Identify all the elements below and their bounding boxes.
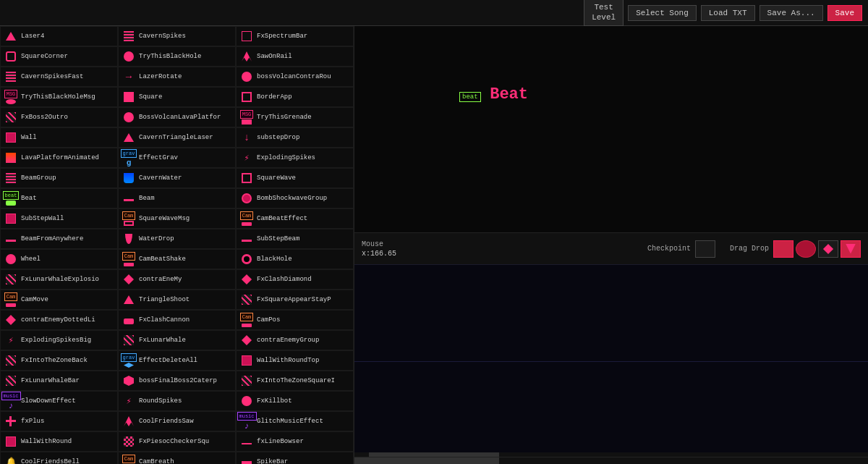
object-item-trythisblackholemsg[interactable]: MSG TryThisBlackHoleMsg [0, 87, 118, 107]
dd-btn-3[interactable] [818, 240, 838, 258]
object-item-roundspikes[interactable]: ⚡ RoundSpikes [118, 391, 236, 411]
object-item-caverntrianglelaser[interactable]: CavernTriangleLaser [118, 127, 236, 148]
object-item-effectdeleteall[interactable]: grav EffectDeleteAll [118, 350, 236, 371]
icon-bossvolcancontrarou [239, 69, 254, 84]
object-item-fxintothezonesquarei[interactable]: FxIntoTheZoneSquareI [236, 371, 354, 391]
object-item-squarewave[interactable]: SquareWave [236, 168, 354, 188]
timeline-scrollbar-thumb[interactable] [369, 452, 499, 457]
object-item-cambeateffect[interactable]: Cam CamBeatEffect [236, 208, 354, 229]
h-scrollbar[interactable] [354, 457, 868, 464]
dd-btn-4[interactable] [841, 240, 861, 258]
object-item-fxpiesoccheckersqu[interactable]: FxPiesocCheckerSqu [118, 431, 236, 452]
object-item-fxlinebowser[interactable]: fxLineBowser [236, 431, 354, 452]
object-item-effectgrav[interactable]: grav g EffectGrav [118, 148, 236, 168]
timeline-scrollbar[interactable] [354, 452, 868, 457]
object-item-trythisgrenade[interactable]: MSG TryThisGrenade [236, 107, 354, 127]
dd-btn-2[interactable] [796, 240, 816, 258]
label-cammove: CamMove [21, 296, 114, 304]
object-item-substepbeam[interactable]: SubStepBeam [236, 229, 354, 249]
object-item-fxclashdiamond[interactable]: FxClashDiamond [236, 269, 354, 290]
load-txt-button[interactable]: Load TXT [701, 5, 755, 21]
checkpoint-btn-1[interactable] [695, 240, 715, 258]
object-item-fxsquareappearstayp[interactable]: FxSquareAppearStayP [236, 290, 354, 310]
icon-contraenemygroup [239, 333, 254, 347]
object-item-fxlunarwhaleexplosio[interactable]: FxLunarWhaleExplosio [0, 269, 118, 290]
label-wallwithround: WallWithRound [21, 438, 114, 446]
object-item-bombshockwavegroup[interactable]: BombShockwaveGroup [236, 188, 354, 208]
object-item-triangleshoot[interactable]: TriangleShoot [118, 290, 236, 310]
timeline-center-line [354, 361, 868, 362]
object-item-squarecorner[interactable]: SquareCorner [0, 46, 118, 67]
object-item-trythisblackhole[interactable]: TryThisBlackHole [118, 46, 236, 67]
object-item-sawonrail[interactable]: SawOnRail [236, 46, 354, 67]
icon-cambreath: Cam [122, 455, 136, 464]
object-item-glitchmusiceffect[interactable]: music ♪ GlitchMusicEffect [236, 411, 354, 431]
object-item-blackhole[interactable]: BlackHole [236, 249, 354, 269]
object-item-coolfriendssaw[interactable]: CoolFriendsSaw [118, 411, 236, 431]
object-item-fxlunarwhalebar[interactable]: FxLunarWhaleBar [0, 371, 118, 391]
object-item-borderapp[interactable]: BorderApp [236, 87, 354, 107]
object-item-bossvolcanlavaplatfor[interactable]: BossVolcanLavaPlatfor [118, 107, 236, 127]
object-item-cambeatshake[interactable]: Cam CamBeatShake [118, 249, 236, 269]
object-item-spikebar[interactable]: SpikeBar [236, 452, 354, 464]
icon-effectgrav: grav g [122, 151, 136, 165]
test-level-button[interactable]: Test Level [584, 0, 624, 26]
object-item-bossvolcancontrarou[interactable]: bossVolcanContraRou [236, 67, 354, 87]
object-item-fxclashcannon[interactable]: FxClashCannon [118, 310, 236, 330]
object-item-contraenemydottedli[interactable]: contraEnemyDottedLi [0, 310, 118, 330]
object-item-explodingspikes[interactable]: ⚡ ExplodingSpikes [236, 148, 354, 168]
timeline[interactable] [354, 264, 868, 457]
object-item-wall[interactable]: Wall [0, 127, 118, 148]
object-item-contraenemy[interactable]: contraEneMy [118, 269, 236, 290]
object-item-cammove[interactable]: Cam CamMove [0, 290, 118, 310]
object-item-waterdrop[interactable]: WaterDrop [118, 229, 236, 249]
label-laser4: Laser4 [21, 33, 114, 41]
object-item-beamfromanywhere[interactable]: BeamFromAnywhere [0, 229, 118, 249]
object-item-beamgroup[interactable]: BeamGroup [0, 168, 118, 188]
object-item-coolfriendsbell[interactable]: 🔔 CoolFriendsBell [0, 452, 118, 464]
object-item-wheel[interactable]: Wheel [0, 249, 118, 269]
object-item-beat[interactable]: beat Beat [0, 188, 118, 208]
object-item-cavernspikes[interactable]: CavernSpikes [118, 26, 236, 46]
object-item-fxspectrumbar[interactable]: FxSpectrumBar [236, 26, 354, 46]
save-button[interactable]: Save [827, 5, 862, 21]
h-scrollbar-thumb[interactable] [354, 457, 499, 464]
label-substepbeam: SubStepBeam [257, 235, 350, 243]
label-lazerrotate: LazerRotate [139, 73, 232, 81]
object-item-cavernspikesfast[interactable]: CavernSpikesFast [0, 67, 118, 87]
object-item-fxlunarwhale[interactable]: FxLunarWhale [118, 330, 236, 350]
object-item-slowdowneffect[interactable]: music ♪ SlowDownEffect [0, 391, 118, 411]
object-item-contraenemygroup[interactable]: contraEnemyGroup [236, 330, 354, 350]
object-item-beam[interactable]: Beam [118, 188, 236, 208]
object-item-laser4[interactable]: Laser4 [0, 26, 118, 46]
object-item-lavaplatformanimated[interactable]: LavaPlatformAnimated [0, 148, 118, 168]
object-item-bossfinalboss2caterp[interactable]: bossFinalBoss2Caterp [118, 371, 236, 391]
object-item-cavernwater[interactable]: CavernWater [118, 168, 236, 188]
label-fxlunarwhaleexplosio: FxLunarWhaleExplosio [21, 276, 114, 284]
label-beamfromanywhere: BeamFromAnywhere [21, 235, 114, 243]
object-item-cambreath[interactable]: Cam CamBreath [118, 452, 236, 464]
object-item-fxboss2outro[interactable]: FxBoss2Outro [0, 107, 118, 127]
object-item-wallwithround[interactable]: WallWithRound [0, 431, 118, 452]
object-item-explodingspikesbig[interactable]: ⚡ ExplodingSpikesBig [0, 330, 118, 350]
icon-substepdrop: ↓ [239, 130, 254, 145]
object-item-substepwall[interactable]: SubStepWall [0, 208, 118, 229]
object-item-fxintothezoneback[interactable]: FxIntoTheZoneBack [0, 350, 118, 371]
object-item-substepdrop[interactable]: ↓ substepDrop [236, 127, 354, 148]
object-item-campos[interactable]: Cam CamPos [236, 310, 354, 330]
object-item-fxkillbot[interactable]: FxKillbot [236, 391, 354, 411]
object-item-fxplus[interactable]: fxPlus [0, 411, 118, 431]
save-as-button[interactable]: Save As... [760, 5, 823, 21]
label-contraenemygroup: contraEnemyGroup [257, 337, 350, 345]
dd-btn-1[interactable] [773, 240, 793, 258]
label-sawonrail: SawOnRail [257, 53, 350, 61]
object-item-squarewavemsg[interactable]: Cam SquareWaveMsg [118, 208, 236, 229]
object-item-wallwithroundtop[interactable]: WallWithRoundTop [236, 350, 354, 371]
object-item-lazerrotate[interactable]: → LazerRotate [118, 67, 236, 87]
badge-trythisgrenade: MSG [240, 110, 254, 119]
bottom-controls: Mouse x:166.65 Checkpoint Drag Drop [354, 232, 868, 264]
label-spikebar: SpikeBar [257, 458, 350, 464]
select-song-button[interactable]: Select Song [628, 5, 697, 21]
object-item-square[interactable]: Square [118, 87, 236, 107]
badge-squarewavemsg: Cam [122, 211, 136, 220]
